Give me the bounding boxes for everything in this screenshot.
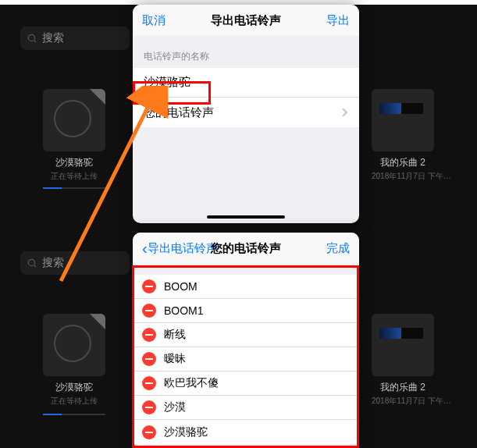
project-tile[interactable]: 我的乐曲 2 2018年11月7日 下午… [372, 89, 434, 182]
list-item[interactable]: 沙漠骆驼 [133, 420, 359, 444]
search-placeholder: 搜索 [42, 31, 64, 45]
your-ringtones-sheet: ‹ 导出电话铃声 您的电话铃声 完成 BOOM BOOM1 断线 暧昧 欧巴我不… [133, 233, 359, 448]
ringtone-item-label: BOOM1 [164, 304, 348, 317]
search-icon [27, 33, 37, 44]
project-thumb-guitar-icon [43, 314, 105, 376]
export-button[interactable]: 导出 [326, 13, 350, 28]
ringtone-name-group: 沙漠骆驼 您的电话铃声 [133, 68, 359, 127]
ringtone-item-label: 欧巴我不傻 [164, 376, 348, 390]
list-item[interactable]: 沙漠 [133, 396, 359, 420]
ringtone-item-label: 暧昧 [164, 352, 348, 366]
svg-point-2 [28, 259, 34, 265]
search-icon [27, 258, 37, 268]
delete-icon[interactable] [142, 279, 156, 293]
ringtone-item-label: 断线 [164, 328, 348, 342]
your-ringtones-row[interactable]: 您的电话铃声 [133, 98, 359, 127]
chevron-left-icon: ‹ [142, 240, 148, 256]
project-thumb-song-icon [372, 314, 434, 376]
delete-icon[interactable] [142, 425, 156, 439]
delete-icon[interactable] [142, 376, 156, 390]
list-item[interactable]: 欧巴我不傻 [133, 372, 359, 396]
project-thumb-guitar-icon [43, 89, 105, 151]
export-ringtone-sheet: 取消 导出电话铃声 导出 电话铃声的名称 沙漠骆驼 您的电话铃声 [133, 5, 359, 223]
project-tile[interactable]: 沙漠骆驼 正在等待上传 [43, 89, 105, 182]
project-name: 沙漠骆驼 [43, 381, 105, 394]
list-item[interactable]: 断线 [133, 323, 359, 347]
project-subtitle: 2018年11月7日 下午… [372, 171, 434, 182]
project-subtitle: 正在等待上传 [43, 396, 105, 407]
list-item[interactable]: 暧昧 [133, 347, 359, 372]
upload-progress [43, 187, 105, 189]
upload-progress [43, 414, 105, 415]
project-tile[interactable]: 我的乐曲 2 2018年11月7日 下午… [372, 314, 434, 407]
section-label: 电话铃声的名称 [133, 36, 359, 68]
project-subtitle: 正在等待上传 [43, 171, 105, 182]
project-subtitle: 2018年11月7日 下午… [372, 396, 434, 407]
chevron-right-icon [342, 106, 348, 119]
delete-icon[interactable] [142, 400, 156, 414]
delete-icon[interactable] [142, 352, 156, 366]
project-name: 我的乐曲 2 [372, 156, 434, 169]
svg-point-0 [28, 34, 34, 41]
sheet-title: 导出电话铃声 [133, 13, 359, 28]
project-name: 我的乐曲 2 [372, 381, 434, 394]
search-input[interactable]: 搜索 [20, 27, 130, 50]
home-indicator [207, 215, 285, 219]
list-item[interactable]: BOOM1 [133, 299, 359, 323]
ringtone-name-field[interactable]: 沙漠骆驼 [133, 68, 359, 98]
project-thumb-song-icon [372, 89, 434, 151]
done-button[interactable]: 完成 [326, 241, 350, 256]
ringtone-item-label: 沙漠 [164, 400, 348, 414]
your-ringtones-label: 您的电话铃声 [144, 105, 342, 120]
cancel-button[interactable]: 取消 [142, 13, 166, 28]
project-tile[interactable]: 沙漠骆驼 正在等待上传 [43, 314, 105, 407]
back-label: 导出电话铃声 [148, 241, 218, 256]
ringtone-list: BOOM BOOM1 断线 暧昧 欧巴我不傻 沙漠 沙漠骆驼 [133, 275, 359, 444]
ringtone-item-label: 沙漠骆驼 [164, 425, 348, 439]
list-item[interactable]: BOOM [133, 275, 359, 299]
delete-icon[interactable] [142, 304, 156, 318]
project-name: 沙漠骆驼 [43, 156, 105, 169]
search-placeholder: 搜索 [42, 256, 64, 270]
search-input[interactable]: 搜索 [20, 251, 130, 275]
ringtone-item-label: BOOM [164, 280, 348, 293]
sheet-header: 取消 导出电话铃声 导出 [133, 5, 359, 36]
back-button[interactable]: ‹ 导出电话铃声 [142, 240, 218, 256]
svg-line-1 [34, 41, 37, 43]
sheet-header: ‹ 导出电话铃声 您的电话铃声 完成 [133, 233, 359, 264]
ringtone-name-value: 沙漠骆驼 [144, 75, 348, 90]
delete-icon[interactable] [142, 328, 156, 342]
svg-line-3 [34, 265, 37, 268]
